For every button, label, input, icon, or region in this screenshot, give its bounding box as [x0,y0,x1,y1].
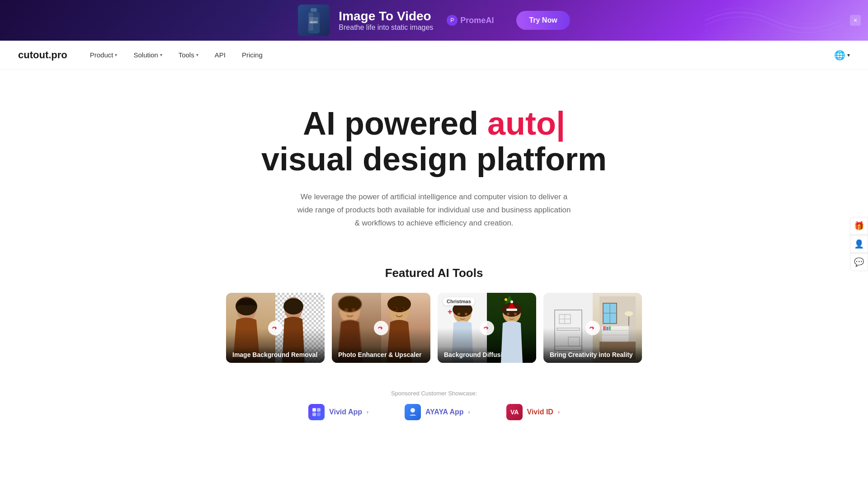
try-now-button[interactable]: Try Now [516,11,570,30]
hero-section: AI powered auto| visual design platform … [0,70,868,257]
featured-section: Featured AI Tools [0,257,868,381]
featured-title: Featured AI Tools [18,266,850,280]
tool-card-photo-enhancer[interactable]: Photo Enhancer & Upscaler [332,293,430,363]
svg-point-33 [507,313,509,315]
sponsor-vivid[interactable]: Vivid App › [308,404,368,420]
main-nav: cutout.pro Product ▾ Solution ▾ Tools ▾ … [0,41,868,70]
sponsor-arrow-icon: › [468,409,470,415]
svg-point-57 [624,311,633,316]
nav-right: 🌐 ▾ [834,50,850,61]
arrow-icon [585,321,600,335]
arrow-icon [480,321,494,335]
svg-point-24 [465,313,467,315]
svg-point-23 [458,313,460,315]
svg-point-14 [352,308,355,312]
svg-rect-59 [317,408,321,412]
sponsor-vividid[interactable]: VA Vivid ID › [506,404,560,420]
svg-text:HENRY: HENRY [310,21,318,23]
christmas-badge: Christmas [443,297,475,305]
nav-pricing[interactable]: Pricing [242,51,263,59]
svg-point-62 [410,408,415,413]
nav-api[interactable]: API [215,51,226,59]
tool-card-bg-removal[interactable]: Image Background Removal [226,293,325,363]
ad-subheading: Breathe life into static images [339,23,433,32]
sponsor-arrow-icon: › [558,409,560,415]
tool-card-creativity[interactable]: Bring Creativity into Reality [543,293,642,363]
arrow-icon [374,321,388,335]
svg-point-34 [514,313,517,315]
ayaya-app-icon [405,404,421,420]
nav-tools[interactable]: Tools ▾ [179,51,198,59]
chevron-down-icon: ▾ [115,52,117,57]
tool-card-photo-enhancer-label: Photo Enhancer & Upscaler [332,347,430,363]
ad-bottle-image: HENRY [298,5,330,36]
vivid-app-icon [308,404,325,420]
tool-card-bg-diffusion[interactable]: Christmas + Background Diffusion [438,293,536,363]
svg-point-1 [796,9,841,41]
hero-subtitle: We leverage the power of artificial inte… [294,191,574,230]
nav-product[interactable]: Product ▾ [90,51,118,59]
site-logo[interactable]: cutout.pro [18,49,67,61]
svg-point-37 [510,300,513,303]
promeai-logo-text: PromeAI [460,16,494,25]
hero-accent: auto| [487,105,565,141]
tools-grid: Image Background Removal [226,293,642,363]
tool-card-bg-removal-label: Image Background Removal [226,347,325,363]
ad-logo: P PromeAI [447,15,494,26]
svg-point-12 [338,296,362,312]
lang-chevron-icon: ▾ [847,52,850,58]
nav-solution[interactable]: Solution ▾ [133,51,162,59]
arrow-icon [268,321,283,335]
chevron-down-icon: ▾ [196,52,198,57]
sponsored-section: Sponsored Customer Showcase: Vivid App › [0,381,868,429]
hero-headline: AI powered auto| visual design platform [18,106,850,177]
vividid-icon: VA [506,404,523,420]
promeai-logo-icon: P [447,15,458,26]
user-widget-button[interactable]: 👤 [850,235,868,253]
svg-rect-2 [311,8,317,12]
banner-close-button[interactable]: × [850,15,861,26]
svg-text:VA: VA [510,408,519,416]
svg-point-13 [344,308,348,312]
plus-icon: + [448,307,453,317]
svg-rect-61 [317,413,321,416]
svg-rect-36 [506,309,517,311]
svg-point-10 [283,298,303,314]
tool-card-creativity-label: Bring Creativity into Reality [543,347,642,363]
vividid-name: Vivid ID [527,408,553,416]
ad-banner: HENRY Image To Video Breathe life into s… [0,0,868,41]
hero-line2: visual design platform [261,141,607,177]
sponsored-label: Sponsored Customer Showcase: [18,390,850,397]
chat-widget-button[interactable]: 💬 [850,253,868,271]
svg-rect-60 [312,413,316,416]
nav-links: Product ▾ Solution ▾ Tools ▾ API Pricing [90,51,834,59]
ad-text-block: Image To Video Breathe life into static … [339,9,433,32]
translate-icon: 🌐 [834,50,845,61]
language-button[interactable]: 🌐 ▾ [834,50,850,61]
hero-line1: AI powered auto| [303,105,565,141]
sponsor-items: Vivid App › AYAYA App › VA Vivid ID › [18,404,850,420]
svg-point-20 [401,308,403,310]
chevron-down-icon: ▾ [160,52,162,57]
sidebar-widgets: 🎁 👤 💬 [850,217,868,271]
vivid-app-name: Vivid App [329,408,362,416]
svg-rect-58 [312,408,316,412]
sponsor-arrow-icon: › [367,409,368,415]
sponsor-ayaya[interactable]: AYAYA App › [405,404,470,420]
svg-point-16 [387,296,411,312]
ad-heading: Image To Video [339,9,433,23]
gift-widget-button[interactable]: 🎁 [850,217,868,235]
svg-point-19 [394,308,396,310]
ayaya-app-name: AYAYA App [425,408,464,416]
